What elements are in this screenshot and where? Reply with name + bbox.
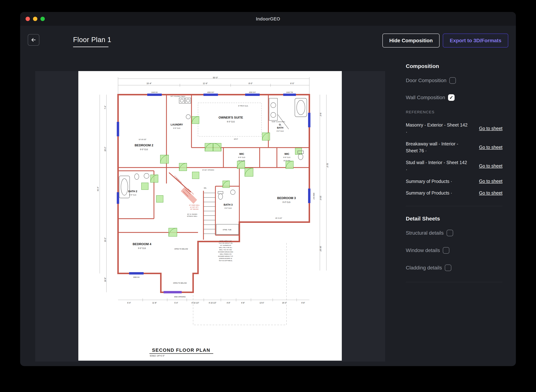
go-to-sheet-link[interactable]: Go to sheet (479, 145, 503, 150)
dimension-lines (100, 77, 326, 301)
structural-details-label: Structural details (406, 230, 444, 236)
go-to-sheet-link[interactable]: Go to sheet (479, 179, 503, 184)
plan-label: TILE ON GROUT ON (219, 243, 233, 244)
plan-label: 11'-8" (152, 302, 157, 304)
header-actions: Hide Composition Export to 3D/Formats (382, 33, 508, 47)
traffic-lights (26, 17, 45, 21)
plan-label: 36" HI. RAISED (187, 213, 197, 215)
plan-label: 20'-2" (104, 147, 106, 151)
sidebar-divider (406, 282, 503, 282)
wall-composition-label: Wall Composition (406, 95, 445, 100)
titlebar: IndoorGEO (20, 12, 516, 26)
reference-row: Stud wall - Interior - Sheet 142 · Go to… (406, 159, 503, 173)
export-button[interactable]: Export to 3D/Formats (443, 33, 508, 47)
plan-label: 50'-0" (213, 76, 218, 79)
plan-label: WALL PNL FOR ALL (219, 247, 232, 248)
reference-label: Stud wall - Interior - Sheet 142 · (406, 159, 468, 173)
bathroom-fixtures (119, 98, 307, 234)
composition-sidebar: Composition Door Composition Wall Compos… (406, 63, 503, 292)
plan-label: BEDROOM 4 (133, 243, 152, 246)
plan-label: 3050 OPENING (174, 296, 186, 298)
plan-label: O. (279, 123, 281, 126)
plan-label: DN. (204, 187, 207, 189)
plan-label: 19'-6" (234, 138, 238, 140)
go-to-sheet-link[interactable]: Go to sheet (479, 163, 503, 169)
back-button[interactable] (28, 34, 39, 46)
floor-plan-labels: BEDROOM 29'-0" CLGLAUNDRY9'-0" CLGOWNER'… (97, 76, 328, 357)
plan-label: 9'-0" CLG (225, 207, 232, 209)
plan-label: WALL TILE IN TUB, (219, 249, 232, 251)
plan-label: 10'-7 1/2" (283, 160, 290, 162)
plan-label: 13'-4 1/2" (238, 160, 245, 162)
plan-label: SPINDLE WALL (187, 215, 197, 217)
plan-label: 15'-4" (146, 82, 152, 84)
plan-label: 4'-10 1/2" (209, 302, 216, 304)
stairs (204, 193, 215, 234)
plan-label: 4050 SH* (249, 91, 256, 93)
dashed-outlines (193, 103, 286, 325)
wall-composition-row: Wall Composition (406, 94, 503, 101)
minimize-window-button[interactable] (33, 17, 37, 21)
plan-label: BATH 2 (128, 190, 137, 193)
floor-plan-drawing: BEDROOM 29'-0" CLGLAUNDRY9'-0" CLGOWNER'… (78, 71, 342, 361)
plan-label: 9'-0" CLG (238, 156, 245, 158)
plan-label: 16'-10" (320, 246, 322, 252)
door-composition-row: Door Composition (406, 77, 503, 84)
go-to-sheet-link[interactable]: Go to sheet (479, 190, 503, 196)
plan-label: 36" RAILING (190, 208, 199, 210)
plan-label: NOT ACCEPTABLE) (219, 260, 232, 261)
floor-plan-tab[interactable]: Floor Plan 1 (73, 36, 111, 47)
plan-label: OWNER'S SUITE (219, 116, 243, 119)
plan-label: 40"x60" OPENING (202, 169, 214, 171)
plan-label: 6'-4" (127, 302, 131, 304)
plan-label: 3050 SH* (313, 193, 315, 200)
sidebar-divider (406, 206, 503, 206)
plan-label: 4'-8" (227, 302, 230, 304)
cladding-details-checkbox[interactable] (445, 265, 451, 271)
plan-label: BEDROOM 2 (135, 144, 154, 147)
plan-label: SHOWER AREAS AND (218, 251, 233, 253)
plan-label: 7'-4" (104, 106, 106, 109)
plan-label: 9'-0" CLG (283, 201, 290, 203)
window-details-checkbox[interactable] (443, 247, 449, 254)
plan-label: OPEN TO BELOW (173, 282, 187, 284)
back-arrow-icon (30, 37, 37, 43)
cladding-details-row: Cladding details (406, 265, 503, 271)
reference-label: Masonry - Exterior - Sheet 142 · (406, 121, 468, 136)
detail-sheets-heading: Detail Sheets (406, 216, 503, 222)
knee-wall-hatch (181, 187, 197, 204)
plan-label: LAUNDRY (171, 123, 183, 126)
plan-label: 2440 SH (151, 91, 158, 93)
page-title: Floor Plan 1 (73, 36, 111, 44)
plan-label: 9'-0" (320, 113, 322, 117)
plan-label: LEDGE AT 42" H. (176, 177, 183, 185)
plan-label: TEMP. GLASS ENCL. (271, 121, 286, 123)
plan-label: 3050 SH (133, 276, 140, 278)
floor-plan-sheet[interactable]: BEDROOM 29'-0" CLGLAUNDRY9'-0" CLGOWNER'… (78, 71, 342, 361)
plan-label: SECOND FLOOR PLAN (152, 347, 210, 353)
plan-label: SCALE: 1/4"=1'-0" (150, 355, 165, 357)
wall-composition-checkbox[interactable] (448, 94, 455, 101)
door-composition-checkbox[interactable] (449, 77, 456, 84)
plan-label: OPEN TO BELOW (174, 248, 188, 250)
reference-row: Summary of Products · Go to sheet (406, 178, 503, 185)
zoom-window-button[interactable] (40, 17, 45, 21)
plan-label: 8'-0" (249, 82, 253, 84)
plan-label: NOTE: APPLY 1/2" (219, 240, 232, 242)
go-to-sheet-link[interactable]: Go to sheet (479, 126, 503, 131)
plan-label: 13'-6" (260, 302, 264, 304)
plan-label: w/ CAP, OPT. (190, 206, 199, 208)
plan-label: 9'-0" CLG (227, 121, 235, 123)
door-composition-label: Door Composition (406, 78, 446, 83)
plan-label: 31'-0" (326, 163, 328, 168)
structural-details-checkbox[interactable] (447, 230, 453, 236)
close-window-button[interactable] (26, 17, 30, 21)
hide-composition-button[interactable]: Hide Composition (382, 33, 440, 47)
plan-label: OPT. FOLDING TABLE (170, 96, 185, 97)
app-window: IndoorGEO Floor Plan 1 Hide Composition … (20, 12, 516, 366)
window-title: IndoorGEO (256, 16, 280, 22)
plan-label: 15'-0" (320, 196, 322, 200)
plan-label: 9'-0" CLG (283, 156, 290, 158)
reference-row: Masonry - Exterior - Sheet 142 · Go to s… (406, 121, 503, 136)
plan-label: 2440 TW (286, 91, 293, 93)
